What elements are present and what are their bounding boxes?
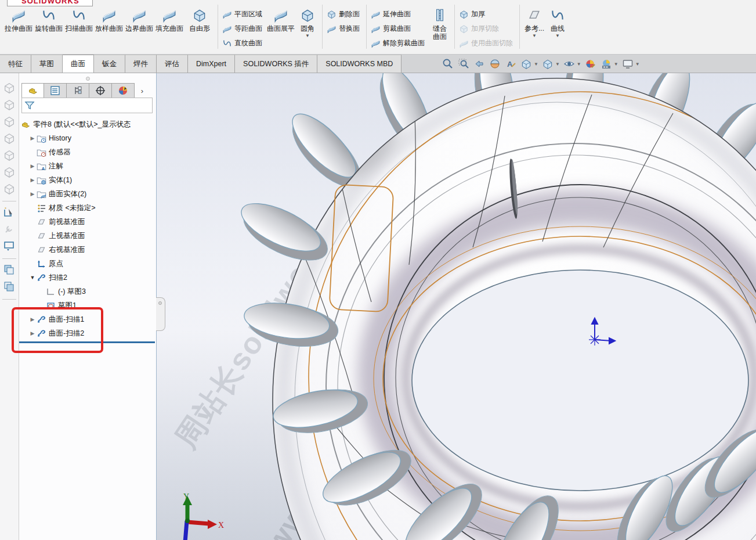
loft-surface-button[interactable]: 放样曲面: [94, 7, 124, 33]
panel-tabs-overflow-chevron[interactable]: ›: [135, 83, 150, 98]
revolve-surface-button[interactable]: 旋转曲面: [34, 7, 64, 33]
reference-geometry-button[interactable]: 参考... ▼: [523, 7, 546, 38]
tab-evaluate[interactable]: 评估: [157, 55, 188, 73]
untrim-surface-button[interactable]: 解除剪裁曲面: [370, 36, 428, 51]
annotation-view-icon[interactable]: A: [504, 57, 518, 71]
tree-item-sensors[interactable]: 传感器: [19, 145, 156, 159]
fillet-dropdown-caret[interactable]: ▼: [305, 34, 310, 38]
tab-solidworks-addins[interactable]: SOLIDWORKS 插件: [235, 55, 317, 73]
planar-surface-button[interactable]: 平面区域: [221, 7, 266, 21]
configurationmanager-tab[interactable]: [67, 83, 89, 98]
tab-weldments[interactable]: 焊件: [125, 55, 157, 73]
expander-icon[interactable]: ▶: [28, 135, 37, 141]
flatten-surface-button[interactable]: 曲面展平: [266, 7, 296, 33]
display-style-caret[interactable]: ▼: [555, 62, 560, 67]
fill-surface-button[interactable]: 填充曲面: [154, 7, 185, 33]
delete-face-button[interactable]: 删除面: [325, 7, 363, 21]
thicken-label: 加厚: [471, 9, 485, 19]
trim-surface-icon: [371, 24, 381, 34]
new-selection-icon[interactable]: *: [3, 206, 16, 219]
hide-show-items-icon[interactable]: [562, 57, 576, 71]
view-settings-caret[interactable]: ▼: [635, 62, 640, 67]
fillet-button[interactable]: 圆角 ▼: [296, 7, 319, 38]
tree-filter-box[interactable]: [21, 98, 153, 113]
knit-surface-button[interactable]: 缝合曲面: [428, 7, 451, 41]
tree-item-sketch1[interactable]: 草图1: [19, 298, 156, 312]
trim-surface-button[interactable]: 剪裁曲面: [370, 21, 428, 36]
tree-item-surface-sweep2[interactable]: ▶ 曲面-扫描2: [19, 326, 156, 340]
edit-appearance-icon[interactable]: [584, 57, 598, 71]
view-orientation-caret[interactable]: ▼: [534, 62, 538, 67]
view-cube-3-icon[interactable]: [3, 115, 16, 128]
apply-scene-icon[interactable]: [599, 57, 613, 71]
rollback-bar[interactable]: [19, 341, 155, 343]
tree-item-solid-bodies[interactable]: ▶ 实体(1): [19, 173, 156, 187]
tab-sheet-metal[interactable]: 钣金: [94, 55, 125, 73]
featuremanager-tab[interactable]: [21, 83, 44, 98]
curves-button[interactable]: 曲线 ▼: [546, 7, 569, 38]
hide-show-caret[interactable]: ▼: [577, 62, 581, 67]
curves-dropdown-caret[interactable]: ▼: [555, 34, 560, 38]
displaymanager-tab[interactable]: [112, 83, 135, 98]
graphics-viewport[interactable]: 周站长solidworks www.zzzsolidworks.com www.…: [157, 73, 756, 540]
tree-item-front-plane[interactable]: 前视基准面: [19, 215, 156, 229]
stacked-bodies-2-icon[interactable]: [3, 280, 16, 293]
cut-with-surface-label: 使用曲面切除: [471, 38, 513, 48]
stacked-bodies-1-icon[interactable]: [3, 264, 16, 276]
tree-item-sweep2[interactable]: ▼ 扫描2: [19, 271, 156, 285]
extend-surface-button[interactable]: 延伸曲面: [370, 7, 428, 21]
panel-splitter-handle[interactable]: [156, 297, 165, 331]
tab-sketch[interactable]: 草图: [31, 55, 63, 73]
sweep-surface-button[interactable]: 扫描曲面: [64, 7, 94, 33]
tree-item-label: History: [49, 134, 71, 142]
zoom-area-icon[interactable]: [457, 57, 471, 71]
tree-item-top-plane[interactable]: 上视基准面: [19, 229, 156, 243]
expander-icon[interactable]: ▶: [28, 191, 37, 197]
tab-solidworks-mbd[interactable]: SOLIDWORKS MBD: [317, 55, 401, 73]
display-style-icon[interactable]: [541, 57, 555, 71]
tree-item-material[interactable]: 材质 <未指定>: [19, 201, 156, 215]
panel-grip[interactable]: [86, 77, 90, 81]
expander-icon[interactable]: ▶: [28, 177, 37, 183]
sensors-folder-icon: [37, 147, 46, 157]
zoom-fit-icon[interactable]: [441, 57, 455, 71]
view-settings-icon[interactable]: [621, 57, 635, 71]
replace-face-button[interactable]: 替换面: [325, 21, 363, 36]
freeform-button[interactable]: 自由形: [185, 7, 215, 33]
offset-surface-button[interactable]: 等距曲面: [221, 21, 266, 36]
tab-features[interactable]: 特征: [0, 55, 31, 73]
view-cube-4-icon[interactable]: [3, 132, 16, 145]
view-cube-5-icon[interactable]: [3, 149, 16, 161]
tab-dimxpert[interactable]: DimXpert: [188, 55, 235, 73]
tree-item-history[interactable]: ▶ History: [19, 131, 156, 145]
thicken-button[interactable]: 加厚: [458, 7, 516, 21]
tree-item-surface-sweep1[interactable]: ▶ 曲面-扫描1: [19, 312, 156, 326]
extrude-surface-label: 拉伸曲面: [4, 24, 33, 33]
dimxpertmanager-tab[interactable]: [89, 83, 112, 98]
view-orientation-icon[interactable]: [519, 57, 533, 71]
tree-item-surface-bodies[interactable]: ▶ 曲面实体(2): [19, 187, 156, 201]
expander-icon[interactable]: ▶: [28, 316, 37, 322]
boundary-surface-button[interactable]: 边界曲面: [124, 7, 154, 33]
tree-item-origin[interactable]: 原点: [19, 257, 156, 271]
previous-view-icon[interactable]: [472, 57, 486, 71]
tree-item-sketch3[interactable]: (-) 草图3: [19, 285, 156, 298]
expander-icon[interactable]: ▼: [28, 275, 37, 280]
extrude-surface-button[interactable]: 拉伸曲面: [3, 7, 34, 33]
view-cube-7-icon[interactable]: [3, 182, 16, 195]
display-pane-icon[interactable]: [3, 240, 16, 253]
section-view-icon[interactable]: [488, 57, 502, 71]
tab-surfaces[interactable]: 曲面: [63, 55, 94, 73]
view-cube-6-icon[interactable]: [3, 165, 16, 178]
propertymanager-tab[interactable]: [44, 83, 67, 98]
view-cube-1-icon[interactable]: [3, 81, 16, 94]
reference-dropdown-caret[interactable]: ▼: [532, 34, 537, 38]
ruled-surface-button[interactable]: 直纹曲面: [221, 36, 266, 51]
tree-item-right-plane[interactable]: 右视基准面: [19, 243, 156, 257]
expander-icon[interactable]: ▶: [28, 163, 37, 169]
apply-scene-caret[interactable]: ▼: [614, 62, 618, 67]
view-cube-2-icon[interactable]: [3, 98, 16, 111]
tree-root-part[interactable]: 零件8 (默认<<默认>_显示状态: [19, 117, 156, 131]
tree-item-annotations[interactable]: ▶ A 注解: [19, 159, 156, 173]
expander-icon[interactable]: ▶: [28, 330, 37, 336]
